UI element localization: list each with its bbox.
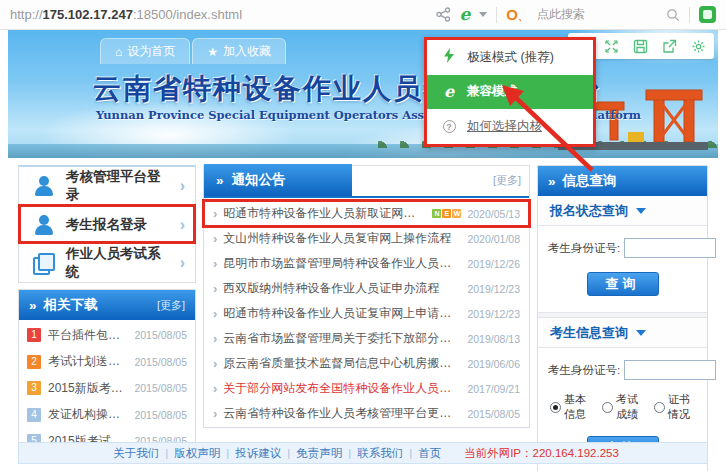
notice-list-item[interactable]: 云南省市场监督管理局关于委托下放部分行政许可... 2019/08/13 (204, 326, 529, 351)
footer-link[interactable]: 联系我们 (351, 447, 409, 459)
status-query-button[interactable]: 查询 (587, 272, 659, 296)
notice-title: 昆明市市场监督管理局特种设备作业人员复审流程... (223, 255, 461, 272)
signup-status-section-toggle[interactable]: 报名状态查询 (538, 196, 707, 226)
sidebar-item-candidate-signup-login[interactable]: 考生报名登录 (19, 205, 195, 243)
notice-date: 2020/05/13 (467, 208, 520, 220)
notice-list-item[interactable]: 云南省特种设备作业人员考核管理平台更新至20... 2015/08/05 (204, 401, 529, 426)
rank-badge: 1 (27, 328, 41, 342)
add-favorite-tab[interactable]: ★加入收藏 (192, 38, 286, 64)
kernel-mode-option[interactable]: e 兼容模式 (427, 75, 593, 110)
set-homepage-label: 设为首页 (127, 43, 175, 60)
new-badge: NEW (432, 209, 461, 218)
radio-icon[interactable] (602, 402, 613, 413)
fullscreen-icon[interactable] (604, 39, 619, 54)
add-favorite-label: 加入收藏 (223, 43, 271, 60)
radio-label: 证书情况 (668, 392, 697, 422)
search-icon[interactable] (666, 8, 680, 22)
chevron-down-icon (636, 330, 646, 336)
footer-link[interactable]: 投诉建议 (229, 447, 287, 459)
download-list-item[interactable]: 3 2015新版考生操作... 2015/08/05 (19, 375, 195, 402)
rank-badge: 4 (27, 408, 41, 422)
notice-list-item[interactable]: 西双版纳州特种设备作业人员证申办流程 2019/12/23 (204, 276, 529, 301)
radio-option[interactable]: 考试成绩 (602, 392, 645, 422)
site-header-banner: ⌂设为首页 ★加入收藏 云南省特种设备作业人员考核管理平台 Yunnan Pro… (8, 30, 718, 158)
kernel-option-label: 兼容模式 (467, 83, 517, 100)
search-engine-logo[interactable]: O、 (506, 6, 528, 24)
ie-kernel-icon[interactable]: e (460, 6, 471, 23)
download-list-item[interactable]: 2 考试计划送审、审核 ... 2015/08/05 (19, 349, 195, 376)
signup-status-form: 考生身份证号: 查询 (538, 226, 707, 312)
candidate-info-section-toggle[interactable]: 考生信息查询 (538, 318, 707, 348)
footer-link[interactable]: 免责声明 (290, 447, 348, 459)
kernel-option-icon: e (441, 82, 457, 101)
notice-list-item[interactable]: 原云南省质量技术监督局信息中心机房搬迁公告 2019/06/06 (204, 351, 529, 376)
footer-link[interactable]: 关于我们 (107, 447, 165, 459)
exam-document-icon (33, 253, 55, 273)
notice-title: 云南省特种设备作业人员考核管理平台更新至20... (223, 405, 461, 422)
downloads-panel-header: » 相关下载 [更多] (19, 290, 195, 320)
sidebar-item-admin-login[interactable]: 考核管理平台登录 (19, 167, 195, 205)
kernel-option-icon (441, 48, 457, 66)
kernel-option-label: 极速模式 (推荐) (467, 49, 554, 66)
notice-list-item[interactable]: 文山州特种设备作业人员复审网上操作流程 2020/01/08 (204, 226, 529, 251)
query-panel: » 信息查询 报名状态查询 考生身份证号: 查询 考生信息查询 考生身份证号: (537, 165, 708, 471)
kernel-option-label: 如何选择内核 (467, 118, 542, 135)
kernel-mode-option[interactable]: ? 如何选择内核 (427, 109, 593, 144)
notice-list-item[interactable]: 昭通市特种设备作业人员证复审网上申请流程及相... 2019/12/23 (204, 301, 529, 326)
kernel-chevron-down-icon[interactable] (479, 12, 487, 17)
divider (496, 7, 497, 23)
notice-list-item[interactable]: 昆明市市场监督管理局特种设备作业人员复审流程... 2019/12/26 (204, 251, 529, 276)
id-number-label: 考生身份证号: (548, 363, 620, 378)
guillemet-icon: » (216, 173, 224, 188)
download-title: 发证机构操作手册 (48, 406, 127, 423)
tab-notices[interactable]: » 通知公告 (204, 164, 352, 196)
star-icon: ★ (207, 45, 218, 59)
export-icon[interactable] (662, 39, 677, 54)
notice-title: 西双版纳州特种设备作业人员证申办流程 (223, 280, 461, 297)
divider (689, 7, 690, 23)
notice-date: 2017/09/21 (467, 383, 520, 395)
download-date: 2015/08/05 (134, 356, 187, 368)
query-panel-header: » 信息查询 (538, 166, 707, 196)
browser-app-icon[interactable] (699, 6, 716, 23)
notice-date: 2020/01/08 (467, 233, 520, 245)
sidebar-item-label: 考核管理平台登录 (66, 168, 169, 204)
radio-icon[interactable] (654, 402, 665, 413)
home-icon: ⌂ (115, 45, 122, 59)
notices-panel: » 通知公告 [更多] 昭通市特种设备作业人员新取证网上报名流程 NEW 202… (203, 165, 530, 428)
info-id-input[interactable] (624, 360, 716, 380)
status-id-input[interactable] (624, 238, 716, 258)
footer-link[interactable]: 首页 (412, 447, 447, 459)
kernel-mode-option[interactable]: 极速模式 (推荐) (427, 40, 593, 75)
sidebar-item-label: 作业人员考试系统 (66, 245, 169, 281)
site-footer: 关于我们|版权声明|投诉建议|免责声明|联系我们|首页| 当前外网IP：220.… (18, 442, 708, 464)
notice-date: 2019/08/13 (467, 333, 520, 345)
guillemet-icon: » (29, 298, 37, 313)
radio-icon[interactable] (550, 402, 561, 413)
download-list-item[interactable]: 4 发证机构操作手册 2015/08/05 (19, 402, 195, 429)
url-display[interactable]: http://175.102.17.247:18500/index.shtml (10, 7, 242, 22)
set-homepage-tab[interactable]: ⌂设为首页 (100, 38, 190, 64)
sidebar-item-exam-system[interactable]: 作业人员考试系统 (19, 243, 195, 281)
downloads-more-link[interactable]: [更多] (157, 298, 185, 313)
rank-badge: 3 (27, 381, 41, 395)
notice-list-item[interactable]: 关于部分网站发布全国特种设备作业人员不实信息... 2017/09/21 (204, 376, 529, 401)
notice-date: 2019/12/23 (467, 308, 520, 320)
radio-option[interactable]: 基本信息 (550, 392, 593, 422)
notices-more-link[interactable]: [更多] (493, 173, 529, 196)
download-title: 平台插件包下载 (48, 327, 127, 344)
footer-link[interactable]: 版权声明 (168, 447, 226, 459)
radio-option[interactable]: 证书情况 (654, 392, 697, 422)
notice-title: 云南省市场监督管理局关于委托下放部分行政许可... (223, 330, 461, 347)
sidebar-item-label: 考生报名登录 (66, 216, 169, 234)
download-list-item[interactable]: 1 平台插件包下载 2015/08/05 (19, 322, 195, 349)
notice-date: 2019/06/06 (467, 358, 520, 370)
browser-search-input[interactable]: 点此搜索 (537, 6, 657, 23)
gear-icon[interactable] (691, 39, 706, 54)
chevron-down-icon (636, 208, 646, 214)
share-icon[interactable] (436, 7, 451, 22)
save-icon[interactable] (633, 39, 648, 54)
notice-list-item[interactable]: 昭通市特种设备作业人员新取证网上报名流程 NEW 2020/05/13 (204, 201, 529, 226)
rank-badge: 2 (27, 355, 41, 369)
notice-date: 2019/12/23 (467, 283, 520, 295)
